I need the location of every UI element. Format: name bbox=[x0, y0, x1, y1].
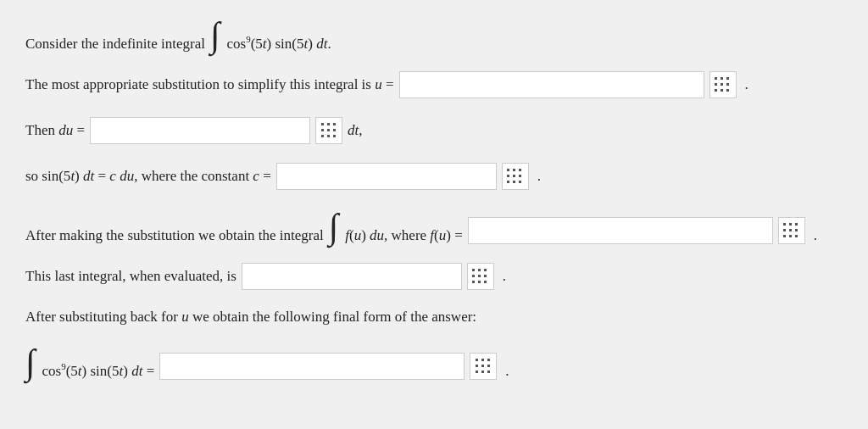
fu-input[interactable] bbox=[469, 218, 642, 243]
period-5: . bbox=[505, 363, 509, 380]
grid-dots-1 bbox=[715, 77, 731, 93]
grid-dots-3 bbox=[507, 169, 523, 185]
fu-grid-icon[interactable] bbox=[778, 217, 805, 244]
dt-text: dt, bbox=[348, 122, 362, 139]
row-c: so sin(5t) dt = c du, where the constant… bbox=[25, 163, 843, 190]
final-input-container bbox=[159, 353, 465, 380]
final-grid-icon[interactable] bbox=[470, 353, 497, 380]
substitution-text: After making the substitution we obtain … bbox=[25, 227, 324, 244]
period-1: . bbox=[745, 76, 748, 93]
row-intro: Consider the indefinite integral ∫ cos9(… bbox=[25, 17, 843, 53]
c-grid-icon[interactable] bbox=[502, 163, 529, 190]
c-input-container bbox=[276, 163, 497, 190]
u-sub-text: The most appropriate substitution to sim… bbox=[25, 76, 394, 93]
row-back-sub-label: After substituting back for u we obtain … bbox=[25, 309, 843, 326]
period-3: . bbox=[814, 227, 817, 244]
grid-dots-4 bbox=[783, 223, 799, 239]
du-input[interactable] bbox=[91, 118, 264, 143]
evaluated-text: This last integral, when evaluated, is bbox=[25, 268, 236, 285]
integral-symbol-3: ∫ bbox=[25, 344, 36, 380]
row-final: ∫ cos9(5t) sin(5t) dt = . bbox=[25, 344, 843, 380]
then-text: Then du = bbox=[25, 122, 85, 139]
intro-text: Consider the indefinite integral bbox=[25, 36, 205, 53]
grid-dots-2 bbox=[321, 123, 337, 139]
u-input[interactable] bbox=[400, 72, 573, 98]
row-du: Then du = dt, bbox=[25, 117, 843, 144]
row-u-sub: The most appropriate substitution to sim… bbox=[25, 71, 843, 98]
evaluated-grid-icon[interactable] bbox=[467, 263, 494, 290]
u-input-container bbox=[399, 71, 704, 98]
fu-input-container bbox=[468, 217, 773, 244]
final-integrand: cos9(5t) sin(5t) dt = bbox=[42, 361, 155, 380]
c-text: so sin(5t) dt = c du, where the constant… bbox=[25, 168, 271, 185]
final-input[interactable] bbox=[160, 354, 333, 379]
problem-container: Consider the indefinite integral ∫ cos9(… bbox=[25, 17, 843, 380]
u-grid-icon[interactable] bbox=[709, 71, 737, 98]
row-substitution: After making the substitution we obtain … bbox=[25, 209, 843, 244]
fu-text: f(u) du, where f(u) = bbox=[345, 227, 463, 244]
row-evaluated: This last integral, when evaluated, is . bbox=[25, 263, 843, 290]
c-input[interactable] bbox=[277, 164, 450, 189]
back-sub-text: After substituting back for u we obtain … bbox=[25, 309, 476, 326]
du-grid-icon[interactable] bbox=[315, 117, 342, 144]
integral-symbol-1: ∫ bbox=[210, 17, 220, 53]
du-input-container bbox=[90, 117, 310, 144]
integrand-1: cos9(5t) sin(5t) dt. bbox=[226, 34, 331, 53]
evaluated-input[interactable] bbox=[242, 264, 415, 289]
grid-dots-6 bbox=[476, 359, 492, 375]
grid-dots-5 bbox=[472, 269, 488, 285]
integral-symbol-2: ∫ bbox=[329, 209, 339, 244]
period-4: . bbox=[503, 268, 506, 285]
period-2: . bbox=[537, 168, 541, 185]
evaluated-input-container bbox=[242, 263, 462, 290]
